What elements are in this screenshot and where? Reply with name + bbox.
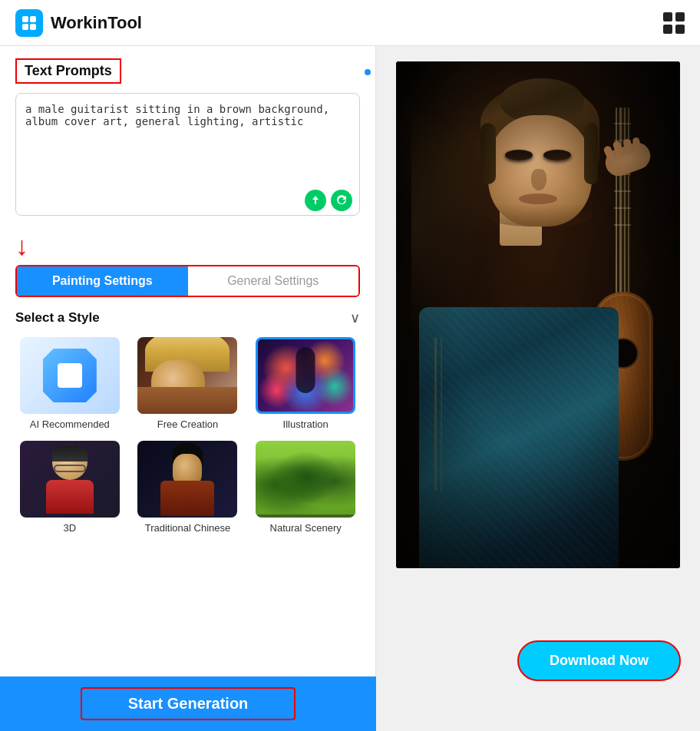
app-logo-icon xyxy=(15,9,43,37)
finger-4 xyxy=(632,137,641,151)
trad-inner xyxy=(137,441,237,518)
arrow-indicator-area: ↓ xyxy=(0,227,375,265)
grid-cell-3 xyxy=(663,25,672,34)
logo-area: WorkinTool xyxy=(15,9,142,37)
side-hair-left xyxy=(480,123,496,184)
3d-body xyxy=(46,480,94,514)
3d-inner xyxy=(20,441,120,518)
nose xyxy=(531,169,546,190)
svg-rect-0 xyxy=(22,16,28,22)
prompt-textarea-wrapper xyxy=(15,93,360,219)
style-label-trad: Traditional Chinese xyxy=(145,522,231,534)
person-layer xyxy=(396,61,680,568)
app-title: WorkinTool xyxy=(51,13,142,33)
eye-left xyxy=(505,150,533,160)
style-label-3d: 3D xyxy=(64,522,77,534)
download-area: Download Now xyxy=(517,640,681,681)
style-grid-row1: AI Recommended Free Creation xyxy=(15,337,360,430)
style-header: Select a Style ∨ xyxy=(15,309,360,326)
bottom-bar: Start Generation xyxy=(0,676,376,731)
settings-tabs: Painting Settings General Settings xyxy=(15,265,360,297)
textarea-action-icons xyxy=(305,190,352,211)
style-label-illustration: Illustration xyxy=(283,418,329,430)
style-section: Select a Style ∨ AI Recommended xyxy=(0,309,375,544)
ornament-stripe-2 xyxy=(441,338,442,491)
style-item-ai-recommended[interactable]: AI Recommended xyxy=(15,337,124,430)
style-item-illustration[interactable]: Illustration xyxy=(251,337,360,430)
hand-on-guitar xyxy=(602,139,654,180)
lips xyxy=(519,194,557,204)
nature-trees-bg xyxy=(256,441,355,514)
refresh-icon-btn[interactable] xyxy=(331,190,352,211)
svg-rect-2 xyxy=(22,24,28,30)
trad-robe xyxy=(160,481,214,516)
ai-shape xyxy=(43,349,97,402)
style-item-natural-scenery[interactable]: Natural Scenery xyxy=(251,441,360,534)
left-panel: Text Prompts xyxy=(0,46,376,731)
guitarist-portrait xyxy=(396,61,680,568)
style-grid-row2: 3D Traditional Chinese xyxy=(15,441,360,534)
eye-right xyxy=(543,150,571,160)
style-item-3d[interactable]: 3D xyxy=(15,441,124,534)
text-prompts-section: Text Prompts xyxy=(0,46,375,227)
3d-char xyxy=(45,445,94,514)
shoulder-blob xyxy=(137,387,237,414)
style-thumb-free xyxy=(137,337,237,414)
grid-cell-4 xyxy=(675,25,685,34)
free-thumb-inner xyxy=(137,337,237,414)
start-generation-button[interactable]: Start Generation xyxy=(81,687,296,720)
tab-painting-settings[interactable]: Painting Settings xyxy=(17,266,188,296)
style-label-ai: AI Recommended xyxy=(30,418,110,430)
3d-glasses xyxy=(54,465,86,472)
style-item-traditional-chinese[interactable]: Traditional Chinese xyxy=(134,441,243,534)
red-arrow-icon: ↓ xyxy=(15,233,28,259)
trad-char xyxy=(160,443,214,516)
head-area xyxy=(477,84,599,223)
scroll-indicator xyxy=(365,69,371,75)
outfit-torso xyxy=(419,307,619,568)
style-thumb-illustration xyxy=(256,337,355,414)
download-now-button[interactable]: Download Now xyxy=(517,640,681,681)
grid-menu-icon[interactable] xyxy=(663,12,685,34)
header: WorkinTool xyxy=(0,0,700,46)
ornament-stripe-1 xyxy=(434,338,437,491)
outfit-pattern xyxy=(419,307,619,568)
svg-rect-3 xyxy=(30,24,36,30)
tab-general-settings[interactable]: General Settings xyxy=(188,266,359,296)
style-section-title: Select a Style xyxy=(15,310,100,326)
main-layout: Text Prompts xyxy=(0,46,700,731)
style-thumb-trad xyxy=(137,441,237,518)
text-prompts-heading: Text Prompts xyxy=(15,58,121,84)
side-hair-right xyxy=(584,123,598,184)
generated-image-container xyxy=(396,61,680,568)
right-panel: Download Now xyxy=(376,46,700,731)
style-thumb-nature xyxy=(256,441,355,518)
style-label-free: Free Creation xyxy=(157,418,218,430)
style-item-free-creation[interactable]: Free Creation xyxy=(134,337,243,430)
chevron-down-icon[interactable]: ∨ xyxy=(350,309,360,326)
style-thumb-3d xyxy=(20,441,120,518)
style-thumb-ai xyxy=(20,337,120,414)
3d-hair xyxy=(52,445,88,461)
upload-icon-btn[interactable] xyxy=(305,190,326,211)
grid-cell-2 xyxy=(675,12,685,22)
style-label-nature: Natural Scenery xyxy=(270,522,342,534)
bottom-spacer xyxy=(0,544,375,606)
face xyxy=(488,115,592,227)
svg-rect-1 xyxy=(30,16,36,22)
illus-figure-body xyxy=(296,347,315,393)
grid-cell-1 xyxy=(663,12,672,22)
ai-inner xyxy=(58,363,82,388)
jaw-shadow xyxy=(488,203,592,227)
